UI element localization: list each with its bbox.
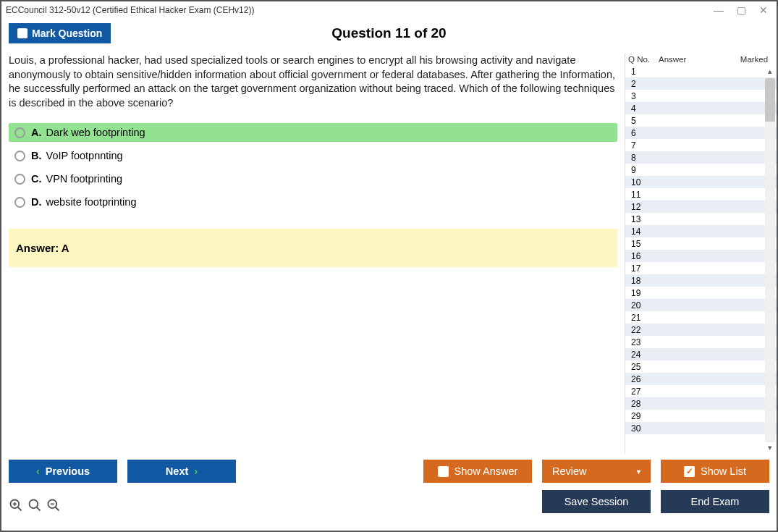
chevron-right-icon: › [194, 465, 198, 477]
option-letter: B. [31, 150, 42, 161]
list-row[interactable]: 18 [625, 274, 777, 287]
save-session-label: Save Session [565, 496, 629, 507]
minimize-icon[interactable]: — [714, 4, 724, 16]
radio-icon[interactable] [14, 174, 25, 185]
option-text: A. Dark web footprinting [31, 127, 145, 138]
list-row-qno: 8 [628, 153, 659, 163]
option-a[interactable]: A. Dark web footprinting [9, 123, 617, 142]
window-title: ECCouncil 312-50v12 (Certified Ethical H… [6, 5, 254, 15]
list-row[interactable]: 22 [625, 324, 777, 336]
list-row[interactable]: 10 [625, 176, 777, 188]
list-row[interactable]: 24 [625, 348, 777, 360]
option-body: VPN footprinting [43, 173, 123, 185]
option-d[interactable]: D. website footprinting [9, 193, 617, 211]
list-row[interactable]: 25 [625, 360, 777, 373]
list-row-qno: 19 [628, 288, 659, 298]
list-row-qno: 17 [628, 263, 659, 274]
radio-icon[interactable] [14, 197, 25, 208]
list-row-qno: 4 [628, 104, 659, 114]
show-list-button[interactable]: ✓ Show List [661, 460, 769, 483]
checkbox-icon [438, 466, 449, 477]
list-row-qno: 1 [628, 67, 659, 77]
list-row[interactable]: 30 [625, 422, 777, 434]
footer-row-2: Save Session End Exam [9, 483, 769, 513]
list-row[interactable]: 5 [625, 114, 777, 127]
list-row-qno: 5 [628, 116, 659, 126]
option-b[interactable]: B. VoIP footpnnting [9, 146, 617, 165]
list-row[interactable]: 15 [625, 237, 777, 250]
list-row[interactable]: 19 [625, 287, 777, 299]
list-row-qno: 2 [628, 79, 659, 89]
next-label: Next [166, 465, 188, 477]
option-letter: D. [31, 196, 42, 208]
checkbox-icon [17, 28, 28, 38]
list-row-qno: 30 [628, 423, 659, 434]
list-row-qno: 25 [628, 362, 659, 372]
list-row[interactable]: 6 [625, 127, 777, 139]
list-row[interactable]: 27 [625, 385, 777, 397]
show-answer-button[interactable]: Show Answer [423, 460, 532, 483]
list-row-qno: 12 [628, 202, 659, 212]
list-row[interactable]: 12 [625, 200, 777, 213]
col-q-header: Q No. [628, 55, 659, 64]
list-row[interactable]: 21 [625, 311, 777, 324]
option-body: website footprinting [43, 196, 137, 208]
zoom-controls [9, 491, 61, 512]
scrollbar-thumb[interactable] [765, 78, 775, 122]
zoom-in-icon[interactable] [28, 498, 42, 512]
question-pane: Louis, a professional hacker, had used s… [1, 54, 625, 454]
list-row[interactable]: 8 [625, 151, 777, 164]
mark-question-label: Mark Question [32, 28, 102, 39]
review-button[interactable]: Review ▾ [542, 460, 651, 483]
question-list-pane: Q No. Answer Marked 12345678910111213141… [625, 54, 777, 454]
radio-icon[interactable] [14, 151, 25, 161]
col-a-header: Answer [659, 55, 735, 64]
list-row[interactable]: 3 [625, 90, 777, 102]
zoom-out-icon[interactable] [46, 498, 61, 512]
maximize-icon[interactable]: ▢ [737, 4, 746, 16]
list-row-qno: 21 [628, 313, 659, 323]
previous-button[interactable]: ‹ Previous [9, 460, 117, 483]
list-row[interactable]: 23 [625, 336, 777, 348]
end-exam-button[interactable]: End Exam [661, 490, 769, 513]
list-row[interactable]: 29 [625, 410, 777, 422]
svg-point-4 [30, 500, 38, 509]
list-row[interactable]: 7 [625, 139, 777, 151]
options-list: A. Dark web footprintingB. VoIP footpnnt… [9, 123, 617, 211]
list-row[interactable]: 14 [625, 225, 777, 237]
scrollbar-track[interactable] [765, 78, 775, 442]
list-row[interactable]: 28 [625, 397, 777, 410]
list-row[interactable]: 9 [625, 164, 777, 176]
radio-icon[interactable] [14, 127, 25, 138]
option-body: VoIP footpnnting [43, 150, 123, 161]
review-label: Review [552, 465, 587, 477]
list-row-qno: 9 [628, 165, 659, 175]
zoom-reset-icon[interactable] [9, 498, 23, 512]
col-m-header: Marked [735, 55, 774, 64]
option-letter: A. [31, 127, 42, 138]
list-row-qno: 22 [628, 325, 659, 335]
list-row[interactable]: 13 [625, 213, 777, 225]
list-row-qno: 20 [628, 300, 659, 311]
save-session-button[interactable]: Save Session [542, 490, 651, 513]
list-row[interactable]: 17 [625, 262, 777, 274]
chevron-left-icon: ‹ [36, 465, 40, 477]
list-row[interactable]: 4 [625, 102, 777, 114]
list-row[interactable]: 2 [625, 77, 777, 90]
end-exam-label: End Exam [691, 496, 740, 507]
list-row-qno: 15 [628, 239, 659, 249]
list-row[interactable]: 1 [625, 65, 777, 77]
list-row-qno: 27 [628, 387, 659, 397]
list-row[interactable]: 16 [625, 250, 777, 262]
list-row[interactable]: 11 [625, 188, 777, 200]
mark-question-button[interactable]: Mark Question [9, 23, 111, 43]
next-button[interactable]: Next › [127, 460, 236, 483]
list-row[interactable]: 26 [625, 373, 777, 385]
answer-box: Answer: A [9, 229, 617, 267]
list-row-qno: 10 [628, 177, 659, 187]
close-icon[interactable]: ✕ [759, 4, 768, 16]
option-c[interactable]: C. VPN footprinting [9, 169, 617, 188]
list-body[interactable]: 1234567891011121314151617181920212223242… [625, 65, 777, 454]
list-row[interactable]: 20 [625, 299, 777, 311]
header: Mark Question Question 11 of 20 [1, 19, 777, 54]
